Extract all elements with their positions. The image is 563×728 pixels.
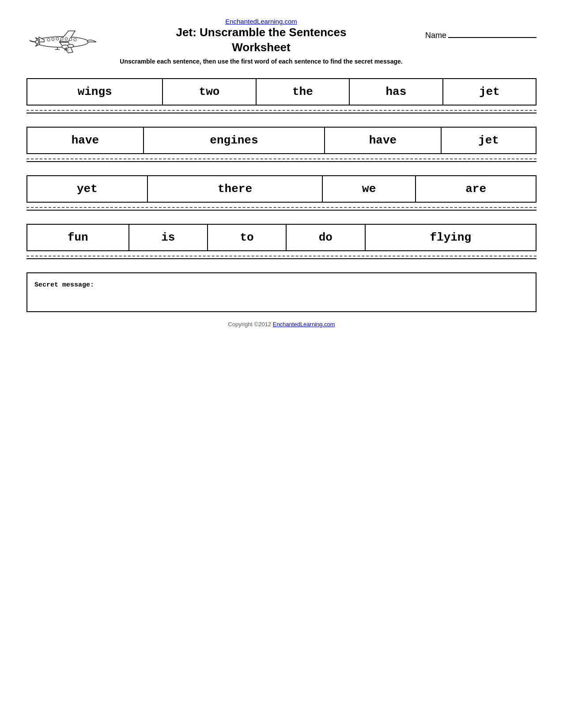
airplane-image [26, 18, 97, 62]
word-cell: jet [441, 127, 536, 154]
word-cell: have [325, 127, 441, 154]
word-cell: flying [365, 224, 536, 251]
word-table-3: yet there we are [26, 175, 537, 203]
word-cell: two [162, 79, 256, 105]
svg-point-5 [56, 38, 59, 40]
svg-point-6 [52, 38, 54, 41]
secret-message-box: Secret message: [26, 272, 537, 312]
worksheet-title: Jet: Unscramble the Sentences Worksheet [106, 25, 416, 55]
word-cell: wings [27, 79, 162, 105]
solid-line-3 [26, 210, 537, 211]
footer-site-link[interactable]: EnchantedLearning.com [273, 321, 335, 328]
dashed-line-3 [26, 207, 537, 208]
word-cell: are [416, 176, 536, 202]
word-cell: yet [27, 176, 147, 202]
site-link[interactable]: EnchantedLearning.com [106, 18, 416, 25]
word-cell: has [349, 79, 442, 105]
sentence-1: wings two the has jet [26, 78, 537, 113]
header-text-block: EnchantedLearning.com Jet: Unscramble th… [106, 18, 416, 65]
word-cell: do [286, 224, 365, 251]
dashed-line-2 [26, 158, 537, 159]
word-cell: is [129, 224, 208, 251]
word-cell: the [256, 79, 349, 105]
dashed-line-1 [26, 110, 537, 111]
worksheet-subtitle: Unscramble each sentence, then use the f… [106, 58, 416, 65]
word-cell: to [208, 224, 286, 251]
word-cell: we [322, 176, 416, 202]
sentence-3: yet there we are [26, 175, 537, 211]
word-table-4: fun is to do flying [26, 224, 537, 251]
solid-line-4 [26, 258, 537, 259]
svg-point-1 [74, 38, 76, 41]
dashed-line-4 [26, 256, 537, 256]
word-cell: fun [27, 224, 129, 251]
svg-point-3 [65, 38, 68, 40]
word-cell: jet [443, 79, 536, 105]
word-table-1: wings two the has jet [26, 78, 537, 106]
word-cell: have [27, 127, 144, 154]
solid-line-2 [26, 161, 537, 162]
solid-line-1 [26, 113, 537, 113]
svg-point-4 [60, 38, 63, 40]
sentence-2: have engines have jet [26, 127, 537, 162]
name-field: Name [416, 18, 537, 40]
svg-point-9 [68, 45, 74, 48]
copyright-text: Copyright [228, 321, 253, 328]
copyright-year: ©2012 [254, 321, 272, 328]
svg-point-7 [47, 38, 50, 41]
secret-message-label: Secret message: [34, 281, 94, 289]
svg-point-2 [69, 38, 72, 41]
page-header: EnchantedLearning.com Jet: Unscramble th… [26, 18, 537, 65]
page-footer: Copyright ©2012 EnchantedLearning.com [26, 321, 537, 328]
sentence-4: fun is to do flying [26, 224, 537, 259]
word-table-2: have engines have jet [26, 127, 537, 154]
word-cell: engines [144, 127, 325, 154]
word-cell: there [147, 176, 322, 202]
